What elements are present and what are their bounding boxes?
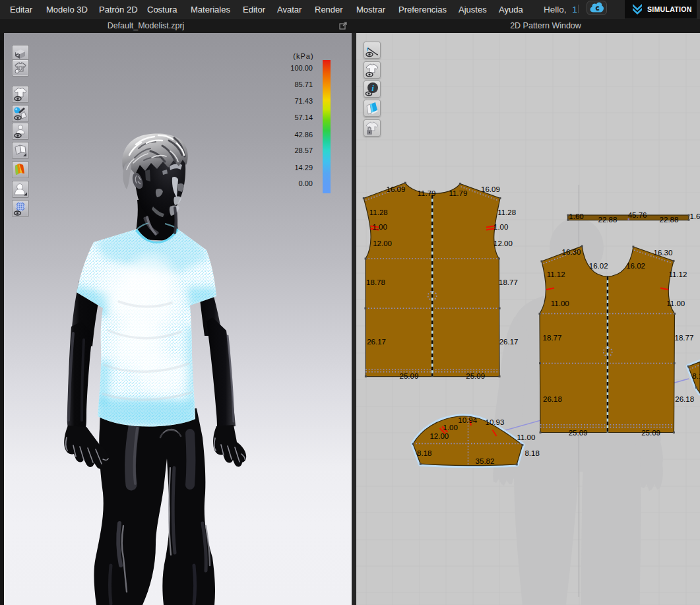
svg-text:25.09: 25.09: [400, 372, 419, 380]
svg-text:8.18: 8.18: [525, 449, 539, 457]
svg-text:26.17: 26.17: [499, 338, 519, 346]
svg-text:1.00: 1.00: [373, 223, 387, 231]
svg-text:11.12: 11.12: [547, 271, 565, 278]
svg-text:11.79: 11.79: [418, 189, 436, 197]
svg-text:11.79: 11.79: [449, 189, 467, 197]
svg-text:22.88: 22.88: [598, 216, 618, 224]
svg-text:45.76: 45.76: [628, 211, 647, 219]
svg-text:12.00: 12.00: [493, 239, 513, 247]
svg-text:25.09: 25.09: [466, 372, 485, 380]
svg-text:22.88: 22.88: [660, 216, 679, 224]
svg-text:10.93: 10.93: [486, 418, 505, 426]
svg-text:18.77: 18.77: [675, 334, 694, 342]
svg-text:35.82: 35.82: [476, 457, 495, 465]
svg-text:8.18: 8.18: [417, 449, 431, 457]
svg-text:1.60: 1.60: [689, 212, 700, 220]
svg-text:16.09: 16.09: [481, 185, 500, 193]
svg-text:11.28: 11.28: [369, 208, 388, 216]
svg-text:1.00: 1.00: [443, 424, 458, 431]
svg-text:18.77: 18.77: [543, 334, 562, 342]
svg-text:16.09: 16.09: [387, 185, 406, 193]
svg-text:11.00: 11.00: [666, 300, 685, 307]
svg-text:1.00: 1.00: [493, 223, 508, 231]
svg-text:16.30: 16.30: [562, 248, 581, 256]
svg-text:1.60: 1.60: [569, 212, 583, 220]
svg-text:11.12: 11.12: [668, 271, 687, 278]
svg-text:11.00: 11.00: [517, 433, 535, 441]
svg-text:18.77: 18.77: [499, 278, 518, 286]
svg-text:25.09: 25.09: [569, 429, 588, 437]
svg-text:12.00: 12.00: [373, 239, 392, 247]
svg-text:11.28: 11.28: [497, 208, 516, 216]
svg-text:11.00: 11.00: [551, 300, 569, 307]
svg-text:16.30: 16.30: [654, 249, 673, 257]
svg-text:10.94: 10.94: [458, 416, 477, 424]
svg-text:12.00: 12.00: [430, 432, 449, 440]
svg-text:26.18: 26.18: [675, 395, 694, 403]
svg-text:16.02: 16.02: [626, 262, 645, 270]
svg-text:8.1: 8.1: [692, 372, 700, 380]
svg-text:16.02: 16.02: [589, 262, 608, 270]
svg-text:18.78: 18.78: [366, 278, 385, 286]
svg-text:25.09: 25.09: [641, 429, 660, 437]
svg-text:i: i: [371, 83, 374, 93]
svg-text:26.17: 26.17: [367, 338, 386, 346]
svg-text:26.18: 26.18: [543, 395, 562, 403]
